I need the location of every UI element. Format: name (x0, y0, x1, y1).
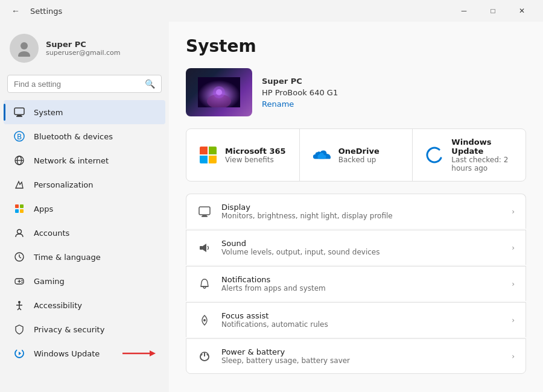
svg-point-35 (216, 89, 222, 95)
device-user-name: Super PC (262, 77, 338, 86)
svg-line-17 (19, 257, 21, 258)
settings-item-title-focus-assist: Focus assist (221, 311, 328, 320)
user-email: superuser@gmail.com (46, 49, 121, 57)
windows-update-title: Windows Update (451, 138, 513, 156)
settings-item-text-sound: Sound Volume levels, output, input, soun… (221, 239, 379, 256)
app-body: Super PC superuser@gmail.com 🔍 SystemBBl… (0, 22, 543, 392)
accounts-nav-icon (13, 227, 25, 239)
svg-marker-41 (203, 244, 206, 252)
svg-rect-37 (199, 207, 210, 215)
chevron-display: › (512, 207, 515, 216)
settings-item-title-sound: Sound (221, 239, 379, 248)
settings-item-focus-assist[interactable]: Focus assist Notifications, automatic ru… (186, 302, 526, 337)
privacy-nav-icon (13, 323, 25, 335)
windows-update-nav-icon (13, 347, 25, 359)
sidebar-item-label-apps: Apps (34, 204, 53, 213)
sidebar-item-privacy[interactable]: Privacy & security (4, 317, 165, 341)
sidebar-item-label-personalization: Personalization (34, 180, 94, 189)
time-nav-icon (13, 251, 25, 263)
sidebar-item-network[interactable]: Network & internet (4, 148, 165, 172)
titlebar-title: Settings (30, 7, 62, 16)
sidebar-item-label-gaming: Gaming (34, 277, 65, 286)
back-button[interactable]: ← (7, 2, 24, 19)
sidebar-item-system[interactable]: System (4, 100, 165, 124)
svg-point-22 (22, 282, 23, 283)
settings-item-notifications[interactable]: Notifications Alerts from apps and syste… (186, 266, 526, 301)
settings-item-text-notifications: Notifications Alerts from apps and syste… (221, 275, 326, 292)
settings-item-left-sound: Sound Volume levels, output, input, soun… (197, 239, 379, 256)
user-profile[interactable]: Super PC superuser@gmail.com (0, 27, 169, 72)
sidebar-item-windows-update[interactable]: Windows Update (4, 341, 165, 365)
settings-item-power[interactable]: Power & battery Sleep, battery usage, ba… (186, 338, 526, 374)
ms365-text: Microsoft 365 View benefits (225, 147, 286, 164)
page-title: System (186, 36, 526, 56)
settings-item-sound[interactable]: Sound Volume levels, output, input, soun… (186, 230, 526, 265)
settings-item-title-power: Power & battery (221, 347, 350, 356)
svg-point-0 (21, 42, 28, 49)
sidebar-item-label-windows-update: Windows Update (34, 349, 100, 358)
settings-item-subtitle-sound: Volume levels, output, input, sound devi… (221, 248, 379, 256)
svg-point-23 (18, 301, 21, 303)
bluetooth-nav-icon: B (13, 130, 25, 142)
device-card: Super PC HP ProBook 640 G1 Rename (186, 68, 526, 116)
settings-item-subtitle-focus-assist: Notifications, automatic rules (221, 320, 328, 329)
svg-marker-31 (150, 350, 156, 356)
chevron-notifications: › (512, 280, 515, 288)
quick-links: Microsoft 365 View benefits OneDrive Bac… (186, 128, 526, 182)
svg-rect-40 (200, 246, 203, 250)
chevron-focus-assist: › (512, 316, 515, 324)
windows-update-icon (425, 145, 444, 165)
sidebar-item-accounts[interactable]: Accounts (4, 221, 165, 245)
settings-item-display[interactable]: Display Monitors, brightness, night ligh… (186, 194, 526, 229)
sidebar-item-apps[interactable]: Apps (4, 197, 165, 221)
sidebar-item-gaming[interactable]: Gaming (4, 269, 165, 293)
maximize-button[interactable]: □ (479, 0, 507, 22)
settings-item-left-display: Display Monitors, brightness, night ligh… (197, 203, 393, 220)
quick-link-ms365[interactable]: Microsoft 365 View benefits (186, 129, 300, 181)
settings-list: Display Monitors, brightness, night ligh… (186, 194, 526, 374)
sidebar-item-label-accounts: Accounts (34, 229, 69, 238)
sound-icon (197, 241, 212, 255)
quick-link-onedrive[interactable]: OneDrive Backed up (300, 129, 413, 181)
onedrive-icon (312, 145, 331, 165)
svg-rect-2 (14, 108, 24, 115)
settings-item-subtitle-power: Sleep, battery usage, battery saver (221, 356, 350, 365)
minimize-button[interactable]: ─ (450, 0, 478, 22)
sidebar-item-time[interactable]: Time & language (4, 245, 165, 269)
device-model: HP ProBook 640 G1 (262, 88, 338, 97)
ms365-title: Microsoft 365 (225, 147, 286, 156)
svg-line-27 (19, 308, 21, 310)
sidebar-item-bluetooth[interactable]: BBluetooth & devices (4, 124, 165, 148)
settings-item-text-display: Display Monitors, brightness, night ligh… (221, 203, 393, 220)
chevron-sound: › (512, 244, 515, 252)
svg-point-21 (22, 280, 23, 281)
user-name: Super PC (46, 40, 121, 49)
close-button[interactable]: ✕ (508, 0, 536, 22)
accessibility-nav-icon (13, 299, 25, 311)
svg-text:B: B (17, 133, 22, 141)
quick-link-windows-update[interactable]: Windows Update Last checked: 2 hours ago (413, 129, 526, 181)
sidebar-item-accessibility[interactable]: Accessibility (4, 293, 165, 317)
sidebar: Super PC superuser@gmail.com 🔍 SystemBBl… (0, 22, 169, 392)
nav-container: SystemBBluetooth & devicesNetwork & inte… (0, 100, 169, 365)
search-box[interactable]: 🔍 (7, 75, 162, 93)
svg-marker-29 (19, 352, 21, 355)
search-input[interactable] (14, 80, 140, 89)
arrow-annotation (119, 347, 156, 359)
avatar (10, 34, 39, 63)
settings-item-subtitle-notifications: Alerts from apps and system (221, 284, 326, 292)
onedrive-subtitle: Backed up (338, 156, 379, 164)
sidebar-item-label-time: Time & language (34, 253, 101, 262)
device-info: Super PC HP ProBook 640 G1 Rename (262, 77, 338, 109)
svg-point-14 (17, 230, 22, 234)
sidebar-item-label-network: Network & internet (34, 156, 109, 165)
apps-nav-icon (13, 203, 25, 215)
settings-item-left-focus-assist: Focus assist Notifications, automatic ru… (197, 311, 328, 329)
user-info: Super PC superuser@gmail.com (46, 40, 121, 57)
settings-item-left-notifications: Notifications Alerts from apps and syste… (197, 275, 326, 292)
sidebar-item-personalization[interactable]: Personalization (4, 172, 165, 197)
ms365-subtitle: View benefits (225, 156, 286, 164)
svg-rect-13 (20, 209, 24, 213)
rename-link[interactable]: Rename (262, 100, 338, 109)
device-image (186, 68, 252, 116)
